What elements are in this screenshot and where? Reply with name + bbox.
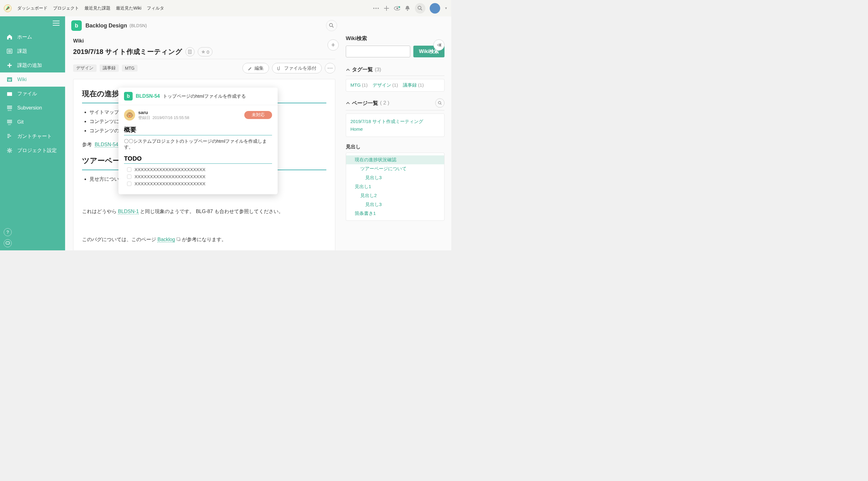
tag[interactable]: デザイン: [73, 64, 97, 72]
more-button[interactable]: [325, 63, 335, 73]
project-header: b Backlog Design (BLDSN): [65, 17, 343, 35]
todo-item: XXXXXXXXXXXXXXXXXXXXXXX: [127, 181, 272, 186]
sidebar-item-label: プロジェクト設定: [17, 148, 57, 154]
home-icon: [6, 34, 13, 40]
attach-button[interactable]: ファイルを添付: [272, 63, 322, 73]
sidebar-item-files[interactable]: ファイル: [0, 87, 65, 101]
pages-panel-header[interactable]: ページ一覧 ( 2 ): [346, 98, 444, 110]
sidebar-item-svn[interactable]: SVNSubversion: [0, 101, 65, 115]
svg-point-8: [418, 6, 421, 9]
popup-text: 〇〇システムプロジェクトのトップページのhtmlファイルを作成します。: [124, 138, 272, 150]
outline-item[interactable]: 現在の進捗状況確認: [346, 155, 444, 164]
sidebar-item-label: Wiki: [17, 77, 27, 82]
page-list: 2019/7/18 サイト作成ミーティング Home: [346, 114, 444, 137]
svg-point-2: [375, 8, 377, 9]
watch-icon[interactable]: [394, 5, 400, 11]
project-search-icon[interactable]: [326, 20, 337, 31]
project-badge-icon: b: [124, 92, 133, 100]
issue-title: トップページのhtmlファイルを作成する: [163, 93, 246, 99]
sidebar-bottom: ?: [4, 228, 12, 247]
project-name: Backlog Design: [86, 23, 127, 29]
tags-panel-header[interactable]: タグ一覧 (3): [346, 66, 444, 76]
chevron-up-icon: [346, 101, 350, 104]
sidebar-item-issues[interactable]: 課題: [0, 44, 65, 58]
wiki-icon: W: [6, 76, 13, 83]
tag-link[interactable]: 議事録: [403, 82, 417, 88]
tag-link[interactable]: MTG: [350, 82, 361, 88]
outline-item[interactable]: 見出し1: [346, 182, 444, 191]
star-button[interactable]: 0: [198, 47, 213, 57]
star-count: 0: [207, 49, 209, 55]
tag[interactable]: 議事録: [100, 64, 119, 72]
sidebar-item-label: 課題: [17, 48, 27, 55]
sidebar-item-git[interactable]: GITGit: [0, 115, 65, 129]
outline-list: 現在の進捗状況確認 ツアーページについて 見出し3 見出し1 見出し2 見出し3…: [346, 153, 444, 221]
checkbox[interactable]: [127, 174, 131, 179]
user-menu-caret-icon[interactable]: ▼: [444, 6, 447, 10]
svn-icon: SVN: [6, 104, 13, 111]
sidebar-item-label: ガントチャート: [17, 133, 52, 140]
user-avatar-icon: 🐵: [124, 109, 135, 121]
add-wiki-button[interactable]: +: [328, 39, 339, 51]
sidebar-item-settings[interactable]: プロジェクト設定: [0, 143, 65, 158]
outline-item[interactable]: 見出し3: [346, 200, 444, 209]
tag-link[interactable]: デザイン: [373, 82, 391, 88]
folder-icon: [6, 90, 13, 97]
svg-point-17: [330, 24, 333, 27]
toolbar: デザイン 議事録 MTG 編集 ファイルを添付: [73, 63, 335, 73]
sidebar-item-label: ファイル: [17, 91, 37, 97]
nav-filters[interactable]: フィルタ: [147, 5, 164, 11]
sidebar-item-label: Subversion: [17, 105, 42, 111]
issue-link[interactable]: BLDSN-54: [95, 142, 118, 148]
chat-icon[interactable]: [4, 239, 12, 247]
page-list-search-icon[interactable]: [435, 98, 444, 107]
collapse-sidebar-button[interactable]: [433, 39, 444, 51]
user-avatar[interactable]: [430, 3, 440, 13]
help-icon[interactable]: ?: [4, 228, 12, 236]
wiki-search-input[interactable]: [346, 45, 410, 57]
svg-text:GIT: GIT: [8, 124, 11, 125]
gantt-icon: [6, 133, 13, 140]
project-badge-icon: b: [71, 20, 82, 31]
svg-point-19: [328, 67, 329, 68]
bell-icon[interactable]: [404, 5, 410, 11]
sidebar-item-gantt[interactable]: ガントチャート: [0, 129, 65, 143]
list-icon: [6, 48, 13, 55]
svg-point-20: [330, 67, 330, 68]
svg-rect-22: [177, 238, 180, 240]
add-icon[interactable]: [383, 5, 390, 11]
nav-recent-issues[interactable]: 最近見た課題: [85, 5, 111, 11]
sidebar-item-home[interactable]: ホーム: [0, 30, 65, 44]
more-icon[interactable]: [373, 5, 379, 11]
checkbox[interactable]: [127, 182, 131, 186]
todo-item: XXXXXXXXXXXXXXXXXXXXXXX: [127, 174, 272, 179]
checkbox[interactable]: [127, 167, 131, 172]
issue-meta: 🐵 saru 登録日 2019/07/16 15:55:58 未対応: [124, 109, 272, 121]
issue-link[interactable]: BLDSN-1: [118, 209, 139, 214]
copy-icon[interactable]: [185, 47, 195, 57]
issue-key[interactable]: BLDSN-54: [136, 93, 160, 99]
page-link[interactable]: Home: [350, 126, 440, 132]
status-badge: 未対応: [244, 111, 272, 119]
popup-heading: TODO: [124, 155, 272, 164]
outline-item[interactable]: ツアーページについて: [346, 164, 444, 173]
svg-point-23: [438, 101, 441, 104]
sidebar-item-wiki[interactable]: WWiki: [0, 72, 65, 87]
top-nav: ダッシュボード プロジェクト 最近見た課題 最近見たWiki フィルタ ▼: [0, 0, 451, 17]
nav-recent-wiki[interactable]: 最近見たWiki: [116, 5, 141, 11]
outline-item[interactable]: 見出し2: [346, 191, 444, 200]
sidebar-item-add-issue[interactable]: 課題の追加: [0, 58, 65, 72]
nav-dashboard[interactable]: ダッシュボード: [17, 5, 48, 11]
global-search-icon[interactable]: [415, 3, 425, 13]
tag[interactable]: MTG: [122, 65, 137, 71]
page-link[interactable]: 2019/7/18 サイト作成ミーティング: [350, 119, 440, 125]
outline-item[interactable]: 箇条書き1: [346, 209, 444, 218]
app-logo[interactable]: [4, 4, 12, 12]
sidebar-item-label: ホーム: [17, 34, 32, 40]
edit-button[interactable]: 編集: [243, 63, 269, 73]
svg-text:SVN: SVN: [8, 109, 11, 111]
sidebar-toggle[interactable]: [0, 17, 65, 30]
nav-projects[interactable]: プロジェクト: [53, 5, 79, 11]
external-link[interactable]: Backlog: [157, 237, 175, 242]
outline-item[interactable]: 見出し3: [346, 173, 444, 182]
